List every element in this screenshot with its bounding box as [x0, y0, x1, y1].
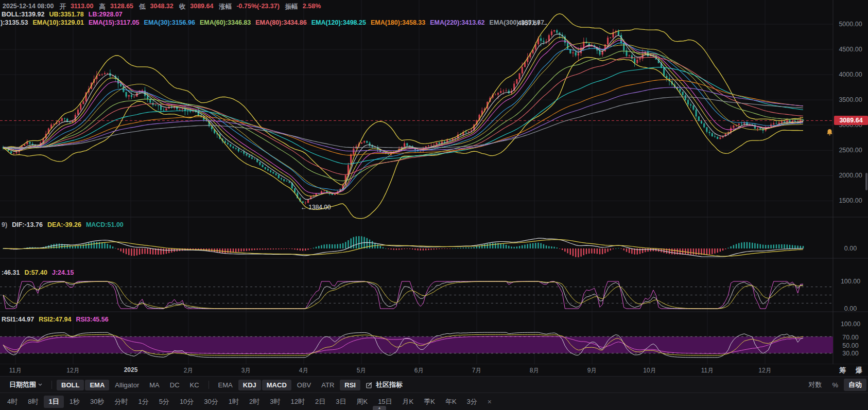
ohlc-stat: 3089.64 — [190, 3, 213, 11]
timeframe-button-年K[interactable]: 年K — [441, 396, 461, 408]
timeframe-button-1秒[interactable]: 1秒 — [65, 396, 84, 408]
timeframe-button-1日[interactable]: 1日 — [44, 396, 63, 408]
timeframe-button-10分[interactable]: 10分 — [175, 396, 198, 408]
time-axis-label: 2月 — [184, 366, 194, 375]
indicator-axis-tick: 0.00 — [836, 245, 865, 252]
ohlc-stat: 低 — [139, 3, 146, 11]
ohlc-header: 2025-12-14 08:00开3113.00高3128.65低3048.32… — [3, 3, 321, 11]
scale-button-%[interactable]: % — [827, 380, 843, 390]
ohlc-stat: 2.58% — [303, 3, 321, 11]
boll-stat: LB:2928.07 — [89, 11, 123, 18]
ema-stat: EMA(180):3458.33 — [371, 19, 425, 26]
macd-stat: DIF:-13.76 — [12, 221, 43, 228]
indicator-buttons: EMAKDJMACDOBVATRRSI — [213, 380, 361, 390]
ema-stat: EMA(10):3129.01 — [33, 19, 84, 26]
scale-button-自动[interactable]: 自动 — [844, 379, 866, 391]
indicator-button-ATR[interactable]: ATR — [317, 380, 339, 390]
scrollbar-thumb[interactable] — [865, 173, 867, 190]
ohlc-stat: 开 — [59, 3, 66, 11]
rsi-stat: RSI2:47.94 — [39, 316, 71, 323]
macd-stat: DEA:-39.26 — [47, 221, 81, 228]
indicator-button-EMA[interactable]: EMA — [214, 380, 237, 390]
timeframe-button-3日[interactable]: 3日 — [331, 396, 351, 408]
price-axis-tick: 5000.00 — [836, 21, 865, 28]
time-axis-label: 10月 — [643, 366, 656, 375]
scale-buttons: 对数%自动 — [803, 379, 867, 391]
axis-toggle-button[interactable]: 筹 — [839, 366, 846, 375]
high-annotation: 4957.67 → — [518, 20, 548, 27]
divider — [51, 381, 52, 389]
timeframe-button-2日[interactable]: 2日 — [310, 396, 330, 408]
time-axis-label: 12月 — [66, 366, 79, 375]
overlay-button-MA[interactable]: MA — [145, 380, 164, 390]
indicator-button-OBV[interactable]: OBV — [292, 380, 316, 390]
macd-stat: 9) — [2, 221, 7, 228]
rsi-legend: RSI1:44.97RSI2:47.94RSI3:45.56 — [2, 316, 109, 323]
price-axis-tick: 2000.00 — [836, 172, 865, 179]
overlay-button-BOLL[interactable]: BOLL — [57, 380, 84, 390]
overlay-button-EMA[interactable]: EMA — [85, 380, 109, 390]
ema-legend: ):3135.53EMA(10):3129.01EMA(15):3117.05E… — [1, 19, 544, 26]
ema-stat: EMA(80):3434.86 — [255, 19, 306, 26]
kdj-legend: :46.31D:57.40J:24.15 — [2, 269, 74, 276]
ohlc-stat: 3048.32 — [150, 3, 173, 11]
scale-button-对数[interactable]: 对数 — [804, 379, 826, 391]
ema-stat: EMA(220):3413.62 — [430, 19, 484, 26]
timeframe-button-12时[interactable]: 12时 — [286, 396, 309, 408]
price-axis-tick: 4500.00 — [836, 46, 865, 53]
chart-canvas[interactable] — [0, 0, 868, 364]
indicator-button-KDJ[interactable]: KDJ — [238, 380, 261, 390]
timeframe-button-2时[interactable]: 2时 — [245, 396, 264, 408]
ema-stat: EMA(15):3117.05 — [89, 19, 140, 26]
ema-stat: ):3135.53 — [1, 19, 28, 26]
macd-stat: MACD:51.00 — [86, 221, 124, 228]
ohlc-stat: 振幅 — [285, 3, 298, 11]
community-indicators-button[interactable]: 社区指标 — [361, 379, 407, 391]
boll-stat: UB:3351.78 — [49, 11, 83, 18]
ema-stat: EMA(120):3498.25 — [311, 19, 366, 26]
timeframe-button-季K[interactable]: 季K — [419, 396, 440, 408]
timeframe-button-分时[interactable]: 分时 — [110, 396, 132, 408]
indicator-button-MACD[interactable]: MACD — [262, 380, 291, 390]
overlay-button-Alligator[interactable]: Alligator — [110, 380, 144, 390]
time-axis-label: 7月 — [472, 366, 482, 375]
time-axis-label: 11月 — [9, 366, 22, 375]
trading-chart-window: 2025-12-14 08:00开3113.00高3128.65低3048.32… — [0, 0, 868, 410]
ohlc-stat: -0.75%(-23.37) — [236, 3, 279, 11]
timeframe-button-周K[interactable]: 周K — [352, 396, 372, 408]
indicator-axis-tick: 30.00 — [836, 350, 865, 357]
axis-toggle-button[interactable]: 爆 — [856, 366, 862, 375]
rsi-stat: RSI3:45.56 — [76, 316, 108, 323]
timeframe-button-3分[interactable]: 3分 — [462, 396, 482, 408]
timeframe-button-5分[interactable]: 5分 — [154, 396, 174, 408]
timeframe-button-月K[interactable]: 月K — [398, 396, 419, 408]
indicator-button-RSI[interactable]: RSI — [340, 380, 360, 390]
bell-icon[interactable] — [826, 129, 834, 138]
ema-stat: EMA(60):3346.83 — [200, 19, 251, 26]
time-axis-label: 12月 — [758, 366, 771, 375]
ema-stat: EMA(30):3156.96 — [144, 19, 195, 26]
timeframe-button-4时[interactable]: 4时 — [3, 396, 22, 408]
overlay-button-KC[interactable]: KC — [185, 380, 204, 390]
close-timeframe-button[interactable]: × — [482, 396, 497, 407]
date-range-button[interactable]: 日期范围 — [5, 379, 47, 391]
kdj-stat: D:57.40 — [24, 269, 47, 276]
timeframe-button-8时[interactable]: 8时 — [23, 396, 43, 408]
price-axis-tick: 4000.00 — [836, 71, 865, 78]
overlay-buttons: BOLLEMAAlligatorMADCKC — [56, 380, 204, 390]
indicator-axis-tick: 100.00 — [836, 278, 865, 285]
time-axis-label: 4月 — [299, 366, 309, 375]
overlay-button-DC[interactable]: DC — [165, 380, 184, 390]
indicator-toolbar: 日期范围 BOLLEMAAlligatorMADCKC EMAKDJMACDOB… — [0, 376, 868, 393]
divider — [209, 381, 209, 389]
time-axis-label: 6月 — [414, 366, 424, 375]
ohlc-stat: 2025-12-14 08:00 — [3, 3, 54, 11]
time-axis-label: 11月 — [701, 366, 714, 375]
timeframe-button-1分[interactable]: 1分 — [133, 396, 153, 408]
timeframe-button-30分[interactable]: 30分 — [199, 396, 222, 408]
kdj-stat: :46.31 — [2, 269, 20, 276]
timeframe-button-3时[interactable]: 3时 — [265, 396, 285, 408]
community-indicators-label: 社区指标 — [376, 380, 403, 389]
timeframe-button-30秒[interactable]: 30秒 — [85, 396, 109, 408]
timeframe-button-1时[interactable]: 1时 — [224, 396, 244, 408]
